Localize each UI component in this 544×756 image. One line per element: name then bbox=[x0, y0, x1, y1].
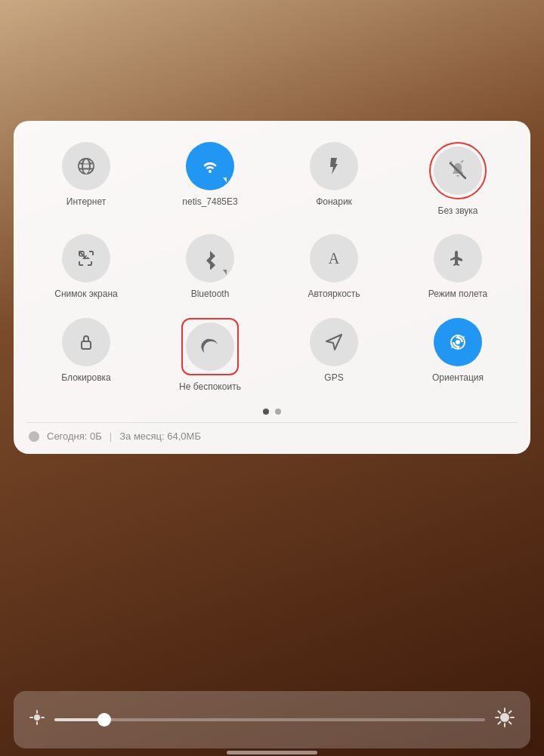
internet-label: Интернет bbox=[66, 196, 106, 207]
wifi-arrow bbox=[223, 177, 227, 183]
qs-item-lock[interactable]: Блокировка bbox=[26, 312, 147, 398]
qs-item-rotation[interactable]: Ориентация bbox=[397, 312, 518, 398]
data-usage-row: Сегодня: 0Б | За месяц: 64,0МБ bbox=[26, 430, 518, 442]
lock-label: Блокировка bbox=[61, 372, 110, 383]
autobrightness-label: Автояркость bbox=[308, 289, 360, 299]
silent-label: Без звука bbox=[438, 205, 478, 216]
lock-icon-circle bbox=[62, 318, 110, 366]
wifi-icon-circle bbox=[186, 142, 234, 190]
svg-point-11 bbox=[456, 340, 460, 344]
flashlight-icon-circle bbox=[310, 142, 358, 190]
dot-1 bbox=[263, 409, 269, 415]
svg-text:A: A bbox=[329, 250, 340, 267]
svg-line-26 bbox=[499, 722, 501, 724]
internet-icon-circle bbox=[62, 142, 110, 190]
brightness-thumb[interactable] bbox=[97, 713, 111, 727]
autobrightness-icon-circle: A bbox=[310, 234, 358, 282]
screenshot-label: Снимок экрана bbox=[54, 289, 118, 299]
month-usage: За месяц: 64,0МБ bbox=[119, 430, 201, 442]
brightness-bar[interactable] bbox=[14, 691, 530, 748]
qs-item-screenshot[interactable]: Снимок экрана bbox=[26, 228, 147, 305]
qs-item-flashlight[interactable]: Фонарик bbox=[274, 136, 394, 222]
flashlight-label: Фонарик bbox=[316, 196, 352, 207]
svg-line-25 bbox=[509, 711, 512, 714]
quick-settings-grid: Интернет netis_7485E3 Фонарик bbox=[26, 136, 518, 398]
rotation-label: Ориентация bbox=[432, 372, 484, 383]
qs-item-internet[interactable]: Интернет bbox=[26, 136, 147, 222]
data-separator: | bbox=[110, 430, 112, 442]
qs-item-dnd[interactable]: Не беспокоить bbox=[150, 312, 270, 398]
qs-item-gps[interactable]: GPS bbox=[274, 312, 394, 398]
dnd-icon-circle bbox=[186, 322, 234, 371]
gps-label: GPS bbox=[324, 372, 343, 383]
wifi-label: netis_7485E3 bbox=[182, 196, 237, 207]
bluetooth-label: Bluetooth bbox=[191, 289, 230, 299]
quick-settings-panel: Интернет netis_7485E3 Фонарик bbox=[14, 121, 530, 454]
qs-item-bluetooth[interactable]: Bluetooth bbox=[150, 228, 270, 305]
rotation-icon-circle bbox=[434, 318, 482, 366]
gps-icon-circle bbox=[310, 318, 358, 366]
svg-point-13 bbox=[34, 714, 40, 721]
qs-item-airplane[interactable]: Режим полета bbox=[397, 228, 518, 305]
dnd-label: Не беспокоить bbox=[179, 381, 241, 392]
panel-divider bbox=[26, 422, 518, 423]
airplane-label: Режим полета bbox=[428, 289, 488, 299]
svg-point-18 bbox=[500, 713, 509, 722]
brightness-high-icon bbox=[494, 707, 515, 733]
qs-item-silent[interactable]: Без звука bbox=[397, 136, 518, 222]
brightness-track[interactable] bbox=[54, 718, 485, 721]
bluetooth-arrow bbox=[223, 270, 227, 275]
silent-icon-circle bbox=[434, 147, 482, 195]
dot-2 bbox=[275, 409, 281, 415]
svg-line-7 bbox=[81, 253, 85, 258]
silent-highlight bbox=[429, 142, 487, 199]
svg-line-24 bbox=[509, 722, 512, 724]
svg-line-23 bbox=[499, 711, 501, 714]
today-usage: Сегодня: 0Б bbox=[47, 430, 102, 442]
brightness-low-icon bbox=[29, 709, 45, 730]
dnd-highlight bbox=[181, 318, 239, 375]
data-circle-icon bbox=[29, 431, 39, 442]
airplane-icon-circle bbox=[434, 234, 482, 282]
qs-item-autobrightness[interactable]: A Автояркость bbox=[274, 228, 394, 305]
svg-rect-10 bbox=[82, 341, 91, 349]
screenshot-icon-circle bbox=[62, 234, 110, 282]
bluetooth-icon-circle bbox=[186, 234, 234, 282]
home-indicator bbox=[227, 751, 317, 754]
qs-item-wifi[interactable]: netis_7485E3 bbox=[150, 136, 270, 222]
page-dots bbox=[26, 409, 518, 415]
